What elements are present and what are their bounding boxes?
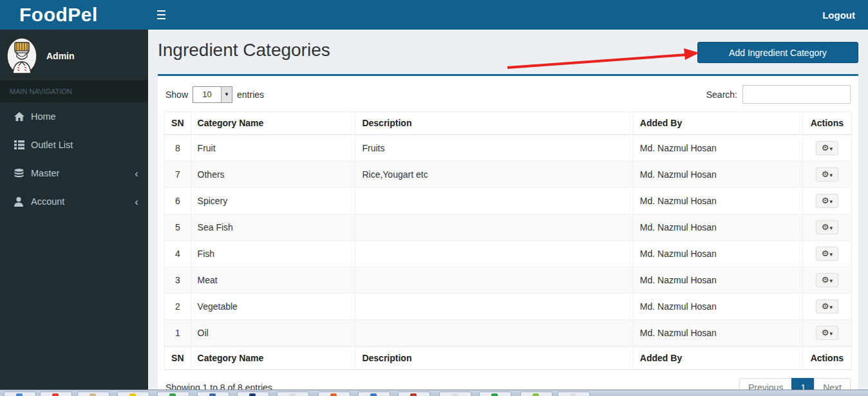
chevron-left-icon: ‹ (135, 196, 138, 207)
sidebar-item-label: Outlet List (31, 140, 73, 150)
page-length-value: 10 (193, 87, 221, 102)
cell-added-by: Md. Nazmul Hosan (633, 320, 802, 347)
cell-description: Rice,Yougart etc (355, 162, 633, 188)
cell-description (355, 241, 633, 267)
taskbar-button[interactable] (558, 391, 590, 396)
cell-category-name: Meat (191, 267, 355, 294)
column-header-description[interactable]: Description (355, 112, 633, 135)
sidebar-toggle-icon[interactable] (148, 0, 174, 30)
cell-actions: ⚙▾ (802, 294, 851, 320)
table-row: 5 Sea Fish Md. Nazmul Hosan ⚙▾ (165, 214, 852, 241)
sidebar-item-outlet-list[interactable]: Outlet List (0, 131, 148, 159)
table-row: 7 Others Rice,Yougart etc Md. Nazmul Hos… (165, 162, 852, 188)
cell-sn: 2 (165, 294, 191, 320)
taskbar-button[interactable] (277, 391, 309, 396)
taskbar-button[interactable] (77, 391, 109, 396)
brand-logo[interactable]: FoodPel (0, 0, 148, 30)
cell-added-by: Md. Nazmul Hosan (633, 214, 802, 241)
windows-taskbar (0, 390, 868, 396)
page-length-control: Show 10 ▼ entries (165, 86, 264, 103)
table-row: 1 Oil Md. Nazmul Hosan ⚙▾ (165, 320, 852, 347)
table-header-row: SN Category Name Description Added By Ac… (165, 112, 852, 135)
chef-avatar (6, 37, 37, 75)
taskbar-button[interactable] (318, 391, 350, 396)
row-actions-button[interactable]: ⚙▾ (816, 167, 838, 182)
row-actions-button[interactable]: ⚙▾ (816, 194, 838, 208)
cell-description: Fruits (355, 135, 633, 162)
sidebar-item-master[interactable]: Master ‹ (0, 159, 148, 187)
add-ingredient-category-button[interactable]: Add Ingredient Category (697, 42, 858, 63)
gear-icon: ⚙ (822, 301, 829, 311)
row-actions-button[interactable]: ⚙▾ (816, 247, 838, 261)
column-header-sn[interactable]: SN (165, 112, 191, 135)
cell-added-by: Md. Nazmul Hosan (633, 162, 802, 188)
search-control: Search: (706, 85, 851, 104)
cell-actions: ⚙▾ (802, 241, 851, 267)
table-card: Show 10 ▼ entries Search: SN Category (158, 74, 858, 396)
column-header-actions[interactable]: Actions (802, 112, 851, 135)
cell-sn: 4 (165, 241, 191, 267)
row-actions-button[interactable]: ⚙▾ (816, 273, 838, 287)
cell-added-by: Md. Nazmul Hosan (633, 294, 802, 320)
cell-description (355, 188, 633, 214)
taskbar-button[interactable] (40, 391, 72, 396)
home-icon (14, 112, 31, 121)
gear-icon: ⚙ (822, 275, 829, 285)
ingredient-categories-table: SN Category Name Description Added By Ac… (164, 111, 852, 370)
caret-down-icon: ▾ (829, 146, 833, 152)
gear-icon: ⚙ (822, 196, 829, 205)
column-header-category-name[interactable]: Category Name (191, 112, 355, 135)
row-actions-button[interactable]: ⚙▾ (816, 141, 838, 155)
list-icon (14, 140, 31, 149)
database-icon (14, 169, 31, 178)
taskbar-button[interactable] (520, 391, 552, 396)
taskbar-button[interactable] (358, 391, 390, 396)
user-name: Admin (46, 51, 75, 61)
taskbar-button[interactable] (439, 391, 471, 396)
sidebar: Admin MAIN NAVIGATION Home Outlet List M… (0, 30, 148, 396)
logout-link[interactable]: Logout (822, 10, 868, 21)
table-toolbar: Show 10 ▼ entries Search: (164, 82, 852, 111)
page-length-select[interactable]: 10 ▼ (193, 86, 232, 103)
taskbar-button[interactable] (237, 391, 269, 396)
cell-added-by: Md. Nazmul Hosan (633, 188, 802, 214)
column-header-added-by[interactable]: Added By (633, 112, 802, 135)
cell-category-name: Oil (191, 320, 355, 347)
taskbar-button[interactable] (117, 391, 149, 396)
footer-header-description: Description (355, 346, 633, 370)
taskbar-button[interactable] (157, 391, 189, 396)
cell-sn: 7 (165, 162, 191, 188)
cell-sn: 3 (165, 267, 191, 294)
top-navbar: FoodPel Logout (0, 0, 868, 30)
cell-actions: ⚙▾ (802, 188, 851, 214)
chevron-left-icon: ‹ (135, 168, 138, 179)
table-row: 3 Meat Md. Nazmul Hosan ⚙▾ (165, 267, 852, 294)
sidebar-section-label: MAIN NAVIGATION (0, 80, 148, 102)
entries-label: entries (237, 90, 264, 100)
taskbar-button[interactable] (4, 391, 36, 396)
caret-down-icon: ▾ (829, 251, 833, 258)
gear-icon: ⚙ (822, 328, 829, 337)
cell-actions: ⚙▾ (802, 214, 851, 241)
taskbar-button[interactable] (398, 391, 430, 396)
row-actions-button[interactable]: ⚙▾ (816, 220, 838, 234)
search-input[interactable] (742, 85, 851, 104)
cell-sn: 1 (165, 320, 191, 347)
sidebar-item-account[interactable]: Account ‹ (0, 187, 148, 216)
cell-category-name: Vegetable (191, 294, 355, 320)
table-row: 2 Vegetable Md. Nazmul Hosan ⚙▾ (165, 294, 852, 320)
row-actions-button[interactable]: ⚙▾ (816, 299, 838, 314)
cell-added-by: Md. Nazmul Hosan (633, 241, 802, 267)
sidebar-item-home[interactable]: Home (0, 102, 148, 131)
cell-category-name: Spicery (191, 188, 355, 214)
sidebar-item-label: Master (31, 168, 59, 178)
cell-sn: 5 (165, 214, 191, 241)
row-actions-button[interactable]: ⚙▾ (816, 326, 838, 340)
taskbar-button[interactable] (479, 391, 511, 396)
cell-category-name: Fruit (191, 135, 355, 162)
cell-description (355, 214, 633, 241)
taskbar-button[interactable] (197, 391, 229, 396)
footer-header-added-by: Added By (633, 346, 802, 370)
cell-description (355, 267, 633, 294)
caret-down-icon: ▾ (829, 198, 833, 205)
